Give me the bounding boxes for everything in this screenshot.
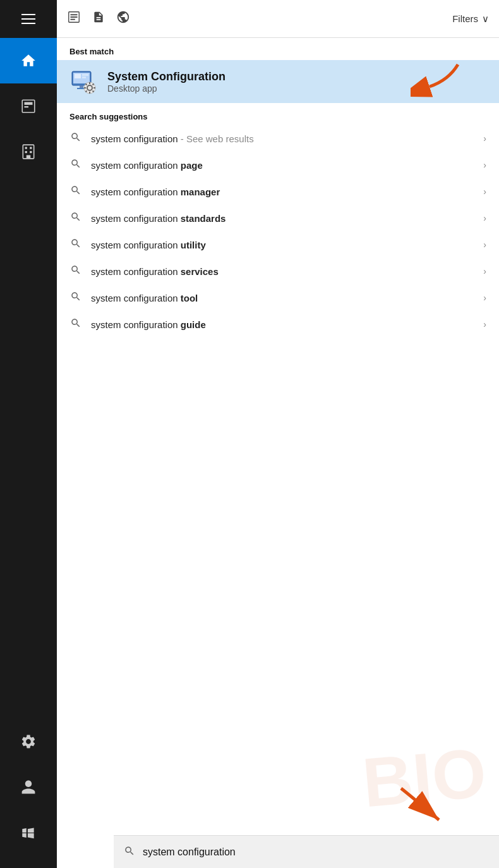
search-icon <box>69 238 82 252</box>
sidebar-bottom <box>20 719 37 868</box>
suggestion-text-services: system configuration services <box>91 266 474 277</box>
svg-rect-11 <box>71 16 78 18</box>
filters-button[interactable]: Filters ∨ <box>452 13 489 25</box>
svg-rect-10 <box>71 14 78 15</box>
suggestion-text-manager: system configuration manager <box>91 186 474 197</box>
suggestion-text-page: system configuration page <box>91 160 474 171</box>
suggestion-text-guide: system configuration guide <box>91 319 474 330</box>
main-panel: Filters ∨ Best match <box>57 0 499 868</box>
svg-rect-1 <box>25 102 33 105</box>
web-icon[interactable] <box>116 10 130 27</box>
suggestion-item-guide[interactable]: system configuration guide › <box>57 311 499 338</box>
best-match-title: System Configuration <box>107 70 486 83</box>
system-config-icon <box>69 68 97 95</box>
svg-rect-4 <box>25 147 27 149</box>
best-match-text: System Configuration Desktop app <box>107 70 486 94</box>
document-icon[interactable] <box>92 10 105 27</box>
filters-label: Filters <box>452 13 478 24</box>
building-icon <box>20 144 37 160</box>
chevron-right-icon: › <box>483 186 486 197</box>
suggestion-item-utility[interactable]: system configuration utility › <box>57 231 499 258</box>
hamburger-button[interactable] <box>0 0 57 38</box>
suggestion-item-standards[interactable]: system configuration standards › <box>57 205 499 231</box>
search-bar-icon <box>124 845 135 859</box>
search-icon <box>69 211 82 225</box>
chevron-right-icon: › <box>483 319 486 329</box>
filters-chevron-icon: ∨ <box>482 13 489 25</box>
sidebar-item-building[interactable] <box>0 129 57 174</box>
best-match-section-label: Best match <box>57 38 499 60</box>
svg-rect-6 <box>25 151 27 153</box>
suggestion-item-web-results[interactable]: system configuration - See web results › <box>57 125 499 152</box>
sidebar <box>0 0 57 868</box>
user-icon <box>20 779 37 795</box>
toolbar: Filters ∨ <box>57 0 499 38</box>
svg-rect-15 <box>75 74 81 78</box>
windows-icon <box>20 824 37 841</box>
list-view-icon[interactable] <box>67 10 81 27</box>
sidebar-item-user[interactable] <box>20 764 37 810</box>
toolbar-icons <box>67 10 440 27</box>
suggestion-text-utility: system configuration utility <box>91 240 474 250</box>
svg-rect-18 <box>80 85 83 88</box>
suggestions-list: system configuration - See web results ›… <box>57 125 499 338</box>
search-icon <box>69 131 82 145</box>
search-icon <box>69 185 82 199</box>
svg-rect-16 <box>82 74 88 76</box>
sidebar-item-record[interactable] <box>0 83 57 129</box>
search-suggestions-label: Search suggestions <box>57 103 499 125</box>
search-icon <box>69 264 82 278</box>
chevron-right-icon: › <box>483 293 486 303</box>
search-bar <box>114 835 499 868</box>
record-icon <box>20 98 37 114</box>
best-match-subtitle: Desktop app <box>107 83 486 94</box>
chevron-right-icon: › <box>483 240 486 250</box>
svg-rect-7 <box>30 151 32 153</box>
suggestion-item-manager[interactable]: system configuration manager › <box>57 178 499 205</box>
hamburger-icon <box>21 14 35 24</box>
suggestion-text-web-results: system configuration - See web results <box>91 133 474 144</box>
best-match-item[interactable]: System Configuration Desktop app <box>57 60 499 103</box>
sidebar-item-windows[interactable] <box>20 810 37 855</box>
sidebar-item-home[interactable] <box>0 38 57 83</box>
monitor-gear-svg <box>69 68 97 95</box>
search-icon <box>69 158 82 172</box>
suggestion-item-page[interactable]: system configuration page › <box>57 152 499 178</box>
suggestion-item-services[interactable]: system configuration services › <box>57 258 499 284</box>
chevron-right-icon: › <box>483 160 486 170</box>
suggestion-item-tool[interactable]: system configuration tool › <box>57 284 499 311</box>
gear-icon <box>20 733 37 750</box>
svg-rect-17 <box>82 76 86 78</box>
search-input[interactable] <box>143 847 489 858</box>
search-icon <box>69 317 82 331</box>
suggestion-text-standards: system configuration standards <box>91 213 474 224</box>
suggestion-text-tool: system configuration tool <box>91 293 474 303</box>
sidebar-item-settings[interactable] <box>20 719 37 764</box>
svg-rect-12 <box>71 19 75 20</box>
svg-line-27 <box>93 91 94 92</box>
chevron-right-icon: › <box>483 213 486 223</box>
sidebar-nav <box>0 38 57 719</box>
search-icon <box>69 291 82 305</box>
home-icon <box>20 52 37 69</box>
svg-rect-8 <box>27 155 31 158</box>
svg-rect-5 <box>30 147 32 149</box>
chevron-right-icon: › <box>483 133 486 144</box>
svg-rect-2 <box>25 106 29 107</box>
chevron-right-icon: › <box>483 266 486 276</box>
